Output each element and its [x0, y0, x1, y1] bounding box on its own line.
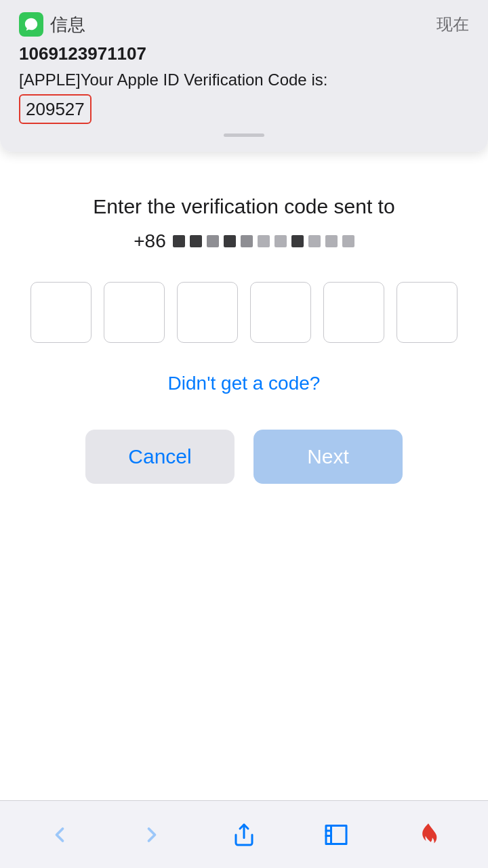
code-box-6[interactable]	[396, 282, 458, 343]
phone-dot-6	[258, 235, 270, 247]
phone-dot-8	[291, 235, 304, 247]
code-box-3[interactable]	[177, 282, 238, 343]
notification-banner: 信息 现在 1069123971107 [APPLE]Your Apple ID…	[0, 0, 488, 152]
phone-dot-5	[241, 235, 253, 247]
phone-dot-10	[325, 235, 338, 247]
code-box-5[interactable]	[323, 282, 384, 343]
bookmarks-button[interactable]	[316, 814, 357, 855]
phone-dot-4	[224, 235, 236, 247]
tabs-button[interactable]	[408, 814, 449, 855]
back-button[interactable]	[39, 814, 80, 855]
notif-app-row: 信息	[19, 12, 85, 37]
next-button[interactable]: Next	[253, 430, 403, 484]
phone-number-row: +86	[134, 230, 354, 252]
code-box-1[interactable]	[30, 282, 92, 343]
code-box-2[interactable]	[104, 282, 165, 343]
notif-body-text: [APPLE]Your Apple ID Verification Code i…	[19, 70, 327, 89]
code-input-row	[30, 282, 458, 343]
phone-dot-7	[274, 235, 287, 247]
notif-app-name: 信息	[50, 13, 85, 37]
share-button[interactable]	[224, 814, 264, 855]
notif-code-highlight: 209527	[19, 94, 92, 124]
code-box-4[interactable]	[250, 282, 311, 343]
notif-sender: 1069123971107	[19, 43, 469, 64]
phone-dot-3	[207, 235, 219, 247]
phone-prefix: +86	[134, 230, 166, 252]
forward-button[interactable]	[131, 814, 172, 855]
browser-toolbar	[0, 800, 488, 868]
main-content: Enter the verification code sent to +86 …	[0, 152, 488, 484]
phone-dots	[173, 235, 354, 247]
phone-dot-11	[342, 235, 354, 247]
notif-body: [APPLE]Your Apple ID Verification Code i…	[19, 68, 469, 124]
phone-dot-9	[308, 235, 321, 247]
phone-dot-1	[173, 235, 185, 247]
messages-app-icon	[19, 12, 43, 37]
drag-indicator	[224, 133, 264, 137]
phone-dot-2	[190, 235, 202, 247]
button-row: Cancel Next	[85, 430, 403, 484]
cancel-button[interactable]: Cancel	[85, 430, 235, 484]
resend-link[interactable]: Didn't get a code?	[168, 373, 321, 394]
notif-time: 现在	[436, 14, 469, 35]
notif-header: 信息 现在	[19, 12, 469, 37]
instruction-text: Enter the verification code sent to	[93, 192, 394, 221]
